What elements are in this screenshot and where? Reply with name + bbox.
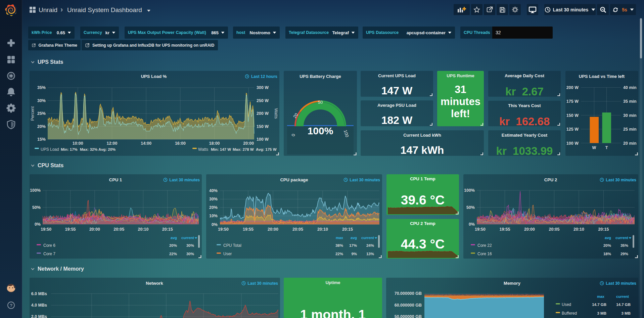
svg-text:Network: Network — [146, 281, 163, 286]
svg-text:30%: 30% — [37, 98, 46, 103]
svg-text:Unraid System Dashboard: Unraid System Dashboard — [67, 6, 142, 13]
svg-text:Core 6: Core 6 — [43, 243, 55, 248]
svg-text:40 min: 40 min — [623, 85, 637, 90]
svg-text:4.0 MBs: 4.0 MBs — [31, 303, 47, 308]
svg-text:avg: avg — [171, 236, 177, 240]
svg-text:current: current — [181, 236, 194, 240]
svg-text:Core 7: Core 7 — [43, 252, 55, 256]
svg-text:0%: 0% — [469, 222, 475, 227]
svg-text:Last 30 minutes: Last 30 minutes — [606, 178, 636, 182]
svg-text:100 W: 100 W — [257, 137, 269, 142]
svg-text:3 MB: 3 MB — [622, 311, 631, 315]
svg-text:9%: 9% — [351, 252, 357, 256]
svg-text:max: max — [336, 236, 343, 240]
svg-text:Core 16: Core 16 — [477, 252, 492, 256]
svg-text:150 W: 150 W — [566, 113, 579, 118]
svg-text:UPS Load: UPS Load — [41, 147, 59, 152]
svg-text:CPU 1 Temp: CPU 1 Temp — [410, 176, 435, 181]
svg-text:35%: 35% — [37, 85, 46, 90]
svg-text:15%: 15% — [37, 137, 46, 142]
svg-text:200 W: 200 W — [566, 85, 579, 90]
svg-text:300 W: 300 W — [257, 85, 269, 90]
svg-text:current: current — [615, 236, 628, 240]
svg-text:20%: 20% — [169, 243, 177, 247]
svg-text:17%: 17% — [349, 243, 357, 247]
svg-text:200 W: 200 W — [257, 111, 269, 116]
svg-text:19:50: 19:50 — [475, 227, 486, 232]
svg-text:30 min: 30 min — [623, 113, 637, 118]
svg-text:14:00: 14:00 — [141, 141, 151, 146]
svg-text:12:00: 12:00 — [107, 141, 118, 146]
svg-text:Used: Used — [562, 302, 571, 307]
svg-text:Max: 278 W: Max: 278 W — [233, 147, 254, 151]
svg-text:6.0 MBs: 6.0 MBs — [31, 291, 47, 296]
svg-text:19:55: 19:55 — [65, 227, 76, 232]
svg-text:UPS Load %: UPS Load % — [141, 74, 167, 79]
svg-text:UPS Load vs Time left: UPS Load vs Time left — [579, 74, 625, 79]
svg-text:3 MB: 3 MB — [597, 311, 606, 315]
svg-text:20%: 20% — [37, 124, 46, 129]
svg-text:Last 30 minutes: Last 30 minutes — [606, 281, 636, 286]
svg-text:Max: 32%: Max: 32% — [80, 147, 97, 151]
svg-text:current: current — [361, 236, 374, 240]
svg-text:CPU 1: CPU 1 — [109, 177, 122, 182]
svg-text:CPU Total: CPU Total — [223, 243, 241, 248]
svg-text:Buffered: Buffered — [562, 311, 577, 316]
svg-text:19:50: 19:50 — [41, 227, 51, 232]
svg-text:Avg: 20%: Avg: 20% — [98, 147, 116, 151]
svg-text:T: T — [605, 145, 608, 150]
svg-text:44.3 °C: 44.3 °C — [401, 237, 445, 251]
svg-text:70.000000 GB: 70.000000 GB — [395, 291, 422, 296]
svg-text:19:55: 19:55 — [243, 227, 254, 232]
svg-text:20:00: 20:00 — [524, 227, 535, 232]
svg-text:38%: 38% — [335, 243, 343, 247]
svg-text:20 min: 20 min — [623, 141, 637, 146]
svg-text:175 W: 175 W — [566, 99, 579, 104]
svg-text:current: current — [616, 294, 629, 299]
svg-text:18%: 18% — [603, 252, 611, 256]
svg-text:Last 30 minutes: Last 30 minutes — [247, 281, 278, 286]
svg-text:20:10: 20:10 — [573, 227, 584, 232]
svg-text:Memory: Memory — [504, 281, 521, 286]
svg-text:30%: 30% — [186, 243, 194, 247]
svg-text:22%: 22% — [169, 252, 177, 256]
svg-text:CPU package: CPU package — [280, 177, 308, 182]
svg-text:24%: 24% — [366, 243, 374, 247]
svg-text:20:15: 20:15 — [162, 227, 173, 232]
svg-text:User: User — [223, 252, 232, 256]
svg-text:20:10: 20:10 — [317, 227, 328, 232]
svg-text:20%: 20% — [603, 243, 611, 247]
svg-text:16:00: 16:00 — [175, 141, 186, 146]
svg-text:avg: avg — [351, 236, 357, 240]
svg-text:50: 50 — [318, 100, 323, 105]
svg-text:19:50: 19:50 — [218, 227, 229, 232]
svg-text:14.7 GB: 14.7 GB — [592, 303, 606, 307]
svg-text:100 W: 100 W — [566, 141, 579, 146]
svg-text:Last 30 minutes: Last 30 minutes — [350, 178, 380, 182]
svg-text:100%: 100% — [464, 188, 475, 193]
svg-text:Core 22: Core 22 — [477, 243, 492, 248]
svg-text:100%: 100% — [308, 125, 333, 136]
svg-text:Watts: Watts — [198, 147, 208, 152]
svg-text:50.000000 GB: 50.000000 GB — [395, 314, 422, 318]
svg-text:20:00: 20:00 — [89, 227, 100, 232]
svg-text:20:00: 20:00 — [243, 141, 254, 146]
svg-text:W: W — [592, 145, 596, 150]
svg-text:CPU 2: CPU 2 — [544, 177, 557, 182]
svg-text:20:15: 20:15 — [342, 227, 353, 232]
svg-text:14.7 GB: 14.7 GB — [616, 303, 631, 307]
svg-text:›: › — [60, 5, 63, 14]
svg-text:2.0 MBs: 2.0 MBs — [31, 314, 47, 318]
svg-text:39.6 °C: 39.6 °C — [401, 193, 445, 207]
svg-text:40%: 40% — [209, 188, 218, 193]
svg-text:Last 30 minutes: Last 30 minutes — [169, 178, 200, 182]
svg-text:Avg: 175 W: Avg: 175 W — [256, 147, 277, 151]
svg-text:20:10: 20:10 — [138, 227, 149, 232]
svg-text:22%: 22% — [335, 252, 343, 256]
svg-text:Min: 147 W: Min: 147 W — [211, 147, 231, 151]
svg-text:Last 12 hours: Last 12 hours — [251, 74, 277, 79]
svg-text:30%: 30% — [209, 197, 218, 201]
svg-text:max: max — [597, 294, 605, 299]
svg-text:250 W: 250 W — [257, 98, 269, 103]
svg-text:150 W: 150 W — [257, 124, 269, 129]
